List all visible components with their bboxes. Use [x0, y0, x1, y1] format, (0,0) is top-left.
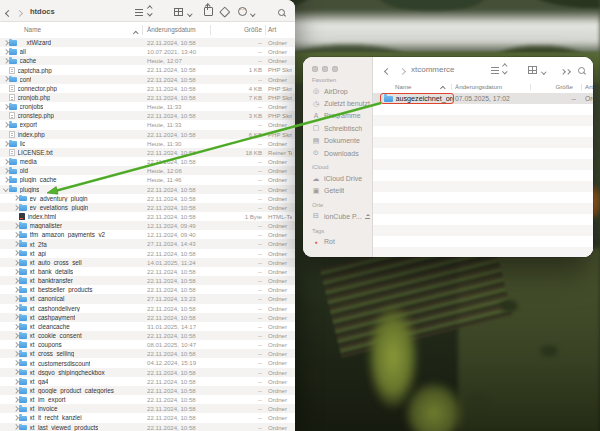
sidebar-item-geteilt[interactable]: ▣Geteilt	[303, 185, 372, 197]
file-row-ausgezeichnet_org[interactable]: ausgezeichnet_org 07.05.2025, 17:02 -- O…	[373, 93, 593, 104]
group-view-icon[interactable]	[528, 60, 537, 78]
sidebar-item-zuletzt-benutzt[interactable]: ◷Zuletzt benutzt	[303, 97, 372, 109]
file-row-ev_evelations_plugin[interactable]: ev_evelations_plugin22.11.2024, 10:58--O…	[0, 203, 295, 212]
file-row-plugins[interactable]: plugins22.11.2024, 10:58--Ordner	[0, 185, 295, 194]
search-icon[interactable]	[578, 60, 585, 78]
file-kind: PHP Skript	[268, 130, 292, 139]
column-header-date[interactable]: Änderungsdatum	[147, 26, 196, 33]
folder-icon	[9, 187, 17, 193]
file-row-lic[interactable]: licHeute, 11:30--Ordner	[0, 139, 295, 148]
file-row-all[interactable]: all10.07.2021, 13:40--Ordner	[0, 47, 295, 56]
list-view-icon[interactable]	[491, 60, 499, 78]
back-icon[interactable]	[385, 60, 390, 78]
sidebar-section-tags: Tags●Rot	[303, 223, 372, 248]
column-header-name[interactable]: Name	[24, 26, 41, 33]
file-row-old[interactable]: oldHeute, 12:06--Ordner	[0, 166, 295, 175]
file-row-media[interactable]: media22.11.2024, 10:58--Ordner	[0, 157, 295, 166]
folder-icon	[9, 59, 17, 65]
htdocs-column-header: Name Änderungsdatum Größe Art	[0, 22, 295, 39]
file-kind: Ordner	[268, 285, 292, 294]
file-row-cache[interactable]: cacheHeute, 12:07--Ordner	[0, 56, 295, 65]
file-row-xt_invoice[interactable]: xt_invoice22.11.2024, 10:58--Ordner	[0, 404, 295, 413]
file-row-xt_it_recht_kanzlei[interactable]: xt_it_recht_kanzlei22.11.2024, 10:58--Or…	[0, 413, 295, 422]
file-row-xt_cashondelivery[interactable]: xt_cashondelivery22.11.2024, 10:58--Ordn…	[0, 304, 295, 313]
sidebar-item-programme[interactable]: AProgramme	[303, 110, 372, 122]
view-sort-chevrons-icon[interactable]	[148, 6, 152, 15]
file-row-xt_coupons[interactable]: xt_coupons08.01.2025, 10:47--Ordner	[0, 340, 295, 349]
file-row-index.html[interactable]: index.html22.11.2024, 10:581 ByteHTML-Te…	[0, 212, 295, 221]
sidebar-item-dokumente[interactable]: ▤Dokumente	[303, 135, 372, 147]
file-name: captcha.php	[18, 67, 52, 74]
file-row-ev_adventury_plugin[interactable]: ev_adventury_plugin22.11.2024, 10:58--Or…	[0, 194, 295, 203]
file-row-xt_banktransfer[interactable]: xt_banktransfer22.11.2024, 10:58--Ordner	[0, 276, 295, 285]
eject-icon[interactable]	[366, 214, 370, 216]
file-date: 22.11.2024, 10:58	[147, 404, 196, 413]
file-row-xt_auto_cross_sell[interactable]: xt_auto_cross_sell14.01.2025, 11:24--Ord…	[0, 258, 295, 267]
file-row-xt_cookie_consent[interactable]: xt_cookie_consent22.11.2024, 10:58--Ordn…	[0, 331, 295, 340]
minimize-icon[interactable]	[322, 66, 328, 72]
back-icon[interactable]	[6, 2, 11, 20]
sidebar-item-airdrop[interactable]: ◎AirDrop	[303, 85, 372, 97]
file-row-xt_cross_selling[interactable]: xt_cross_selling22.11.2024, 10:58--Ordne…	[0, 349, 295, 358]
folder-icon	[19, 242, 27, 248]
list-view-icon[interactable]	[135, 2, 143, 20]
zoom-icon[interactable]	[332, 66, 338, 72]
sidebar-item-schreibtisch[interactable]: ▢Schreibtisch	[303, 122, 372, 134]
file-row-connector.php[interactable]: connector.php22.11.2024, 10:584 KBPHP Sk…	[0, 84, 295, 93]
sidebar-item-ioncube-p-[interactable]: ⊟ionCube P...	[303, 210, 372, 222]
close-icon[interactable]	[312, 66, 318, 72]
file-size: --	[214, 139, 262, 148]
file-date: 22.11.2024, 10:58	[147, 185, 196, 194]
share-icon[interactable]	[204, 2, 213, 20]
file-row-xt_canonical[interactable]: xt_canonical27.11.2024, 13:23--Ordner	[0, 294, 295, 303]
folder-icon	[19, 223, 27, 229]
more-actions-icon[interactable]	[238, 2, 247, 20]
group-view-chevron-icon[interactable]	[542, 60, 546, 78]
sidebar-item-downloads[interactable]: ⊙Downloads	[303, 147, 372, 159]
column-header-kind[interactable]: Art	[268, 26, 276, 33]
file-row-xt_last_viewed_products[interactable]: xt_last_viewed_products22.11.2024, 10:58…	[0, 423, 295, 431]
file-row-conf[interactable]: conf22.11.2024, 10:58--Ordner	[0, 75, 295, 84]
file-row-plugin_cache[interactable]: plugin_cacheHeute, 11:46--Ordner	[0, 175, 295, 184]
toolbar-overflow-icon[interactable]	[561, 60, 569, 78]
folder-icon	[9, 104, 17, 110]
file-row-captcha.php[interactable]: captcha.php22.11.2024, 10:581 KBPHP Skri…	[0, 65, 295, 74]
file-row-xt_google_product_categories[interactable]: xt_google_product_categories22.11.2024, …	[0, 386, 295, 395]
sidebar-item-icloud-drive[interactable]: ☁iCloud Drive	[303, 172, 372, 184]
file-row-__xtWizard[interactable]: __xtWizard22.11.2024, 10:58--Ordner	[0, 38, 295, 47]
file-row-xt_cashpayment[interactable]: xt_cashpayment22.11.2024, 10:58--Ordner	[0, 313, 295, 322]
file-row-xt_api[interactable]: xt_api22.11.2024, 10:58--Ordner	[0, 249, 295, 258]
more-actions-chevron-icon[interactable]	[251, 2, 255, 20]
file-row-xt_bestseller_products[interactable]: xt_bestseller_products22.11.2024, 10:58-…	[0, 285, 295, 294]
tag-icon[interactable]	[221, 2, 229, 20]
file-row-xt_im_export[interactable]: xt_im_export22.11.2024, 10:58--Ordner	[0, 395, 295, 404]
file-row-cronstep.php[interactable]: cronstep.php22.11.2024, 10:583 KBPHP Skr…	[0, 111, 295, 120]
forward-icon[interactable]	[17, 2, 22, 20]
search-icon[interactable]	[278, 2, 285, 20]
column-header-size[interactable]: Größe	[533, 83, 573, 90]
file-row-xt_cleancache[interactable]: xt_cleancache31.01.2025, 14:17--Ordner	[0, 322, 295, 331]
file-kind: PHP Skript	[268, 93, 292, 102]
column-header-name[interactable]: Name	[395, 83, 412, 90]
file-row-cronjob.php[interactable]: cronjob.php22.11.2024, 10:587 KBPHP Skri…	[0, 93, 295, 102]
column-header-size[interactable]: Größe	[214, 26, 262, 33]
file-row-xt_ga4[interactable]: xt_ga422.11.2024, 10:58--Ordner	[0, 377, 295, 386]
group-view-chevron-icon[interactable]	[188, 2, 192, 20]
forward-icon[interactable]	[400, 60, 405, 78]
column-header-kind[interactable]: Art	[585, 83, 593, 90]
column-header-date[interactable]: Änderungsdatum	[455, 83, 502, 90]
sidebar-item-rot[interactable]: ●Rot	[303, 236, 372, 248]
file-row-index.php[interactable]: index.php22.11.2024, 10:586 KBPHP Skript	[0, 130, 295, 139]
view-sort-chevrons-icon[interactable]	[503, 65, 507, 74]
file-row-magnalister[interactable]: magnalister12.11.2024, 09:49--Ordner	[0, 221, 295, 230]
file-row-LICENSE.txt[interactable]: LICENSE.txt22.11.2024, 10:5818 KBReiner …	[0, 148, 295, 157]
file-row-export[interactable]: exportHeute, 11:33--Ordner	[0, 120, 295, 129]
file-row-xt_bank_details[interactable]: xt_bank_details22.11.2024, 10:58--Ordner	[0, 267, 295, 276]
file-row-xt_dsgvo_shipingcheckbox[interactable]: xt_dsgvo_shipingcheckbox22.11.2024, 10:5…	[0, 368, 295, 377]
file-row-xt_2fa[interactable]: xt_2fa27.11.2024, 14:43--Ordner	[0, 239, 295, 248]
file-row-xt_customersdiscount[interactable]: xt_customersdiscount04.12.2024, 15:19--O…	[0, 358, 295, 367]
file-row-cronjobs[interactable]: cronjobsHeute, 11:33--Ordner	[0, 102, 295, 111]
group-view-icon[interactable]	[174, 2, 183, 20]
file-row-tfm_amazon_payments_v2[interactable]: tfm_amazon_payments_v212.11.2024, 09:40-…	[0, 230, 295, 239]
file-date: 10.07.2021, 13:40	[147, 47, 196, 56]
